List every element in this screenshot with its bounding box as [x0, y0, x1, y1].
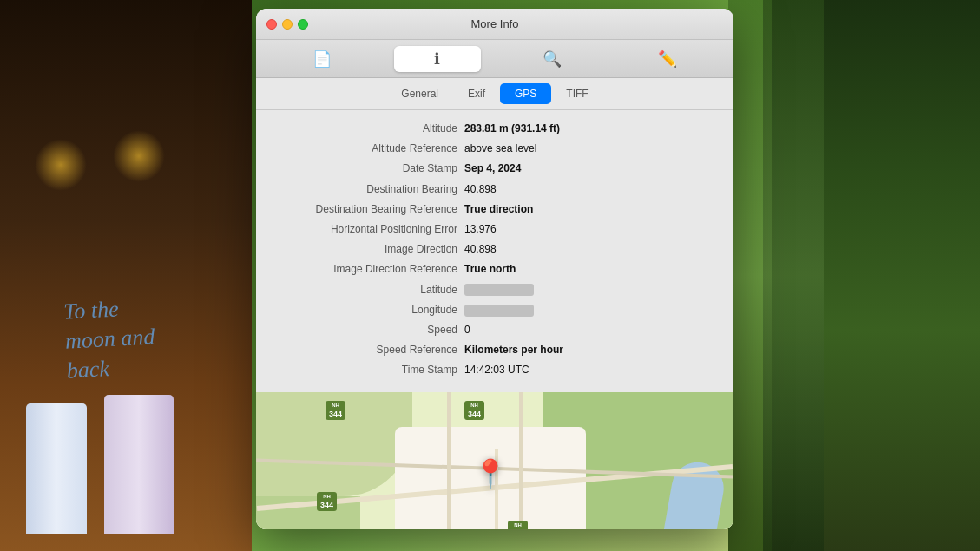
table-row: Altitude 283.81 m (931.14 ft) [273, 121, 716, 137]
table-row: Time Stamp 14:42:03 UTC [273, 362, 716, 378]
longitude-value [464, 302, 716, 318]
tab-bar: General Exif GPS TIFF [256, 78, 733, 110]
table-row: Image Direction 40.898 [273, 241, 716, 258]
tab-tiff[interactable]: TIFF [551, 83, 602, 104]
time-stamp-label: Time Stamp [273, 362, 464, 378]
speed-ref-value: Kilometers per hour [464, 342, 716, 358]
table-row: Image Direction Reference True north [273, 261, 716, 278]
map-area: NH 344 NH 344 NH 344 NH 344 NH 344 6 [256, 392, 733, 529]
route-badge-344-top-center: NH 344 [464, 401, 484, 420]
desktop-background-left: To themoon andback [0, 0, 252, 551]
horiz-pos-value: 13.976 [464, 221, 716, 238]
window-title: More Info [471, 17, 519, 30]
gps-info-table: Altitude 283.81 m (931.14 ft) Altitude R… [256, 110, 733, 392]
table-row: Speed 0 [273, 322, 716, 338]
edit-icon: ✏️ [658, 49, 677, 69]
route-badge-344-center: NH 344 [508, 521, 528, 529]
altitude-ref-label: Altitude Reference [273, 141, 464, 157]
dest-bearing-value: 40.898 [464, 181, 716, 198]
date-stamp-value: Sep 4, 2024 [464, 161, 716, 177]
titlebar: More Info [256, 9, 733, 40]
altitude-ref-value: above sea level [464, 141, 716, 157]
toolbar: 📄 ℹ 🔍 ✏️ [256, 40, 733, 78]
date-stamp-label: Date Stamp [273, 161, 464, 177]
table-row: Longitude [273, 302, 716, 318]
dest-bearing-ref-label: Destination Bearing Reference [273, 201, 464, 218]
dest-bearing-label: Destination Bearing [273, 181, 464, 198]
table-row: Destination Bearing 40.898 [273, 181, 716, 198]
info-icon: ℹ [434, 49, 440, 69]
table-row: Latitude [273, 282, 716, 298]
content-area: Altitude 283.81 m (931.14 ft) Altitude R… [256, 110, 733, 529]
toolbar-search-button[interactable]: 🔍 [509, 46, 595, 72]
image-dir-value: 40.898 [464, 241, 716, 258]
image-dir-ref-value: True north [464, 261, 716, 278]
minimize-button[interactable] [282, 19, 293, 30]
tab-exif[interactable]: Exif [453, 83, 500, 104]
longitude-label: Longitude [273, 302, 464, 318]
table-row: Altitude Reference above sea level [273, 141, 716, 157]
latitude-redacted [464, 284, 534, 296]
more-info-window: More Info 📄 ℹ 🔍 ✏️ General Exif GPS TIFF… [256, 9, 733, 529]
tab-gps[interactable]: GPS [500, 83, 551, 104]
altitude-value: 283.81 m (931.14 ft) [464, 121, 716, 137]
time-stamp-value: 14:42:03 UTC [464, 362, 716, 378]
table-row: Destination Bearing Reference True direc… [273, 201, 716, 218]
table-row: Date Stamp Sep 4, 2024 [273, 161, 716, 177]
image-dir-label: Image Direction [273, 241, 464, 258]
table-row: Horizontal Positioning Error 13.976 [273, 221, 716, 238]
maximize-button[interactable] [298, 19, 308, 30]
toolbar-file-button[interactable]: 📄 [279, 46, 365, 72]
file-icon: 📄 [312, 49, 332, 69]
map-location-pin: 📍 [473, 457, 508, 490]
dest-bearing-ref-value: True direction [464, 201, 716, 218]
toolbar-edit-button[interactable]: ✏️ [624, 46, 711, 72]
speed-label: Speed [273, 322, 464, 338]
latitude-label: Latitude [273, 282, 464, 298]
image-dir-ref-label: Image Direction Reference [273, 261, 464, 278]
toolbar-info-button[interactable]: ℹ [394, 46, 481, 72]
altitude-label: Altitude [273, 121, 464, 137]
route-badge-344-top-left: NH 344 [326, 401, 345, 420]
speed-ref-label: Speed Reference [273, 342, 464, 358]
tab-general[interactable]: General [386, 83, 453, 104]
route-badge-344-left: NH 344 [317, 492, 337, 511]
speed-value: 0 [464, 322, 716, 338]
search-icon: 🔍 [543, 49, 562, 69]
latitude-value [464, 282, 716, 298]
table-row: Speed Reference Kilometers per hour [273, 342, 716, 358]
longitude-redacted [464, 305, 534, 317]
traffic-lights [266, 19, 308, 30]
close-button[interactable] [266, 19, 277, 30]
horiz-pos-label: Horizontal Positioning Error [273, 221, 464, 238]
